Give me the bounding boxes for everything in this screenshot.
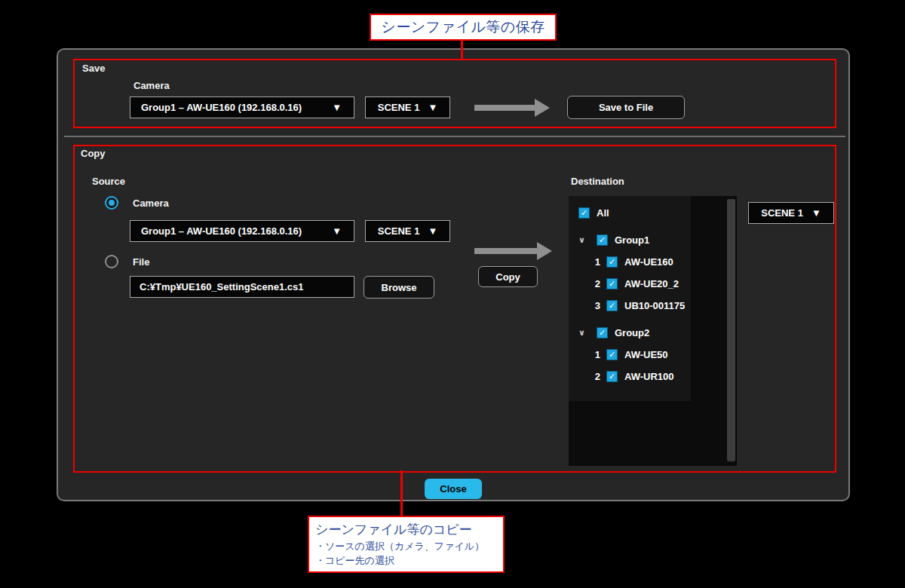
save-camera-label: Camera xyxy=(133,80,170,91)
tree-item-number: 2 xyxy=(594,371,600,382)
checkbox-aw-ue50[interactable]: ✓ xyxy=(606,349,618,360)
checkbox-aw-ue160[interactable]: ✓ xyxy=(606,256,618,268)
tree-label[interactable]: AW-UE50 xyxy=(624,349,668,360)
destination-scene-dropdown[interactable]: SCENE 1 ▼ xyxy=(748,202,834,224)
checkbox-aw-ue20_2[interactable]: ✓ xyxy=(606,278,618,289)
destination-panel: ✓All∨✓Group11✓AW-UE1602✓AW-UE20_23✓UB10-… xyxy=(569,196,737,466)
tree-row-aw-ue50: 1✓AW-UE50 xyxy=(569,344,723,366)
tree-row-group2: ∨✓Group2 xyxy=(569,322,723,344)
tree-label[interactable]: Group1 xyxy=(615,234,649,246)
check-icon: ✓ xyxy=(609,351,615,359)
copy-source-label: Source xyxy=(92,176,125,187)
dropdown-arrow-icon: ▼ xyxy=(332,102,342,113)
tree-row-ub10-001175: 3✓UB10-001175 xyxy=(569,295,723,317)
check-icon: ✓ xyxy=(609,302,615,310)
chevron-down-icon[interactable]: ∨ xyxy=(578,236,588,244)
annotation-bottom-connector-line xyxy=(400,470,403,516)
copy-camera-dropdown[interactable]: Group1 – AW-UE160 (192.168.0.16) ▼ xyxy=(130,220,354,242)
tree-row-group1: ∨✓Group1 xyxy=(569,229,723,251)
copy-camera-dropdown-value: Group1 – AW-UE160 (192.168.0.16) xyxy=(141,225,302,237)
tree-label[interactable]: AW-UE20_2 xyxy=(624,278,679,289)
tree-item-number: 1 xyxy=(594,349,600,360)
annotation-save-callout: シーンファイル等の保存 xyxy=(370,14,557,41)
copy-source-scene-value: SCENE 1 xyxy=(378,225,420,237)
tree-item-number: 1 xyxy=(594,256,600,268)
source-file-radio-label[interactable]: File xyxy=(133,256,149,268)
tree-item-number: 3 xyxy=(594,300,600,311)
save-camera-dropdown[interactable]: Group1 – AW-UE160 (192.168.0.16) ▼ xyxy=(130,96,354,118)
copy-source-scene-dropdown[interactable]: SCENE 1 ▼ xyxy=(365,220,450,242)
dropdown-arrow-icon: ▼ xyxy=(428,102,437,113)
copy-section-title: Copy xyxy=(81,148,106,159)
annotation-copy-line2: ・コピー先の選択 xyxy=(315,553,497,568)
check-icon: ✓ xyxy=(609,258,615,266)
save-to-file-button[interactable]: Save to File xyxy=(567,96,685,119)
checkbox-aw-ur100[interactable]: ✓ xyxy=(606,371,618,382)
checkbox-group2[interactable]: ✓ xyxy=(597,327,608,338)
scene-file-dialog: Save Camera Group1 – AW-UE160 (192.168.0… xyxy=(57,48,850,501)
tree-label[interactable]: AW-UR100 xyxy=(624,371,673,382)
check-icon: ✓ xyxy=(609,280,615,288)
file-path-input[interactable] xyxy=(130,276,354,298)
destination-label: Destination xyxy=(571,176,624,187)
checkbox-ub10-001175[interactable]: ✓ xyxy=(606,300,618,311)
tree-item-number: 2 xyxy=(594,278,600,289)
destination-scrollbar[interactable] xyxy=(727,199,735,461)
source-camera-radio[interactable] xyxy=(105,196,118,210)
checkbox-group1[interactable]: ✓ xyxy=(597,234,608,246)
chevron-down-icon[interactable]: ∨ xyxy=(578,329,588,337)
tree-row-aw-ur100: 2✓AW-UR100 xyxy=(569,366,723,387)
annotation-copy-callout: シーンファイル等のコピー ・ソースの選択（カメラ、ファイル） ・コピー先の選択 xyxy=(308,516,505,573)
check-icon: ✓ xyxy=(609,372,615,381)
dropdown-arrow-icon: ▼ xyxy=(332,225,342,237)
copy-button[interactable]: Copy xyxy=(478,266,538,287)
check-icon: ✓ xyxy=(599,236,606,244)
tree-label[interactable]: AW-UE160 xyxy=(624,256,673,268)
save-flow-arrow-icon xyxy=(474,99,550,117)
check-icon: ✓ xyxy=(581,209,587,217)
source-file-radio[interactable] xyxy=(105,255,118,268)
destination-tree: ✓All∨✓Group11✓AW-UE1602✓AW-UE20_23✓UB10-… xyxy=(569,196,723,387)
close-button[interactable]: Close xyxy=(425,479,482,499)
tree-label[interactable]: Group2 xyxy=(615,327,649,338)
save-camera-dropdown-value: Group1 – AW-UE160 (192.168.0.16) xyxy=(141,102,302,113)
dropdown-arrow-icon: ▼ xyxy=(428,225,437,237)
copy-flow-arrow-icon xyxy=(474,242,552,260)
section-divider xyxy=(64,136,845,137)
save-scene-dropdown-value: SCENE 1 xyxy=(378,102,420,113)
tree-row-all: ✓All xyxy=(569,202,723,224)
save-section-title: Save xyxy=(82,63,105,74)
tree-row-aw-ue20_2: 2✓AW-UE20_2 xyxy=(569,273,723,295)
annotation-save-text: シーンファイル等の保存 xyxy=(381,17,545,37)
save-scene-dropdown[interactable]: SCENE 1 ▼ xyxy=(365,96,450,118)
browse-button[interactable]: Browse xyxy=(364,276,434,299)
tree-label[interactable]: All xyxy=(597,207,609,219)
tree-row-aw-ue160: 1✓AW-UE160 xyxy=(569,251,723,273)
annotation-copy-line1: ・ソースの選択（カメラ、ファイル） xyxy=(315,539,497,553)
tree-label[interactable]: UB10-001175 xyxy=(624,300,685,311)
checkbox-all[interactable]: ✓ xyxy=(578,207,590,219)
annotation-top-connector-line xyxy=(461,41,463,59)
source-camera-radio-label[interactable]: Camera xyxy=(133,198,169,209)
dropdown-arrow-icon: ▼ xyxy=(811,207,821,219)
destination-scene-value: SCENE 1 xyxy=(761,207,803,219)
annotation-copy-title: シーンファイル等のコピー xyxy=(315,521,497,539)
check-icon: ✓ xyxy=(599,329,606,337)
